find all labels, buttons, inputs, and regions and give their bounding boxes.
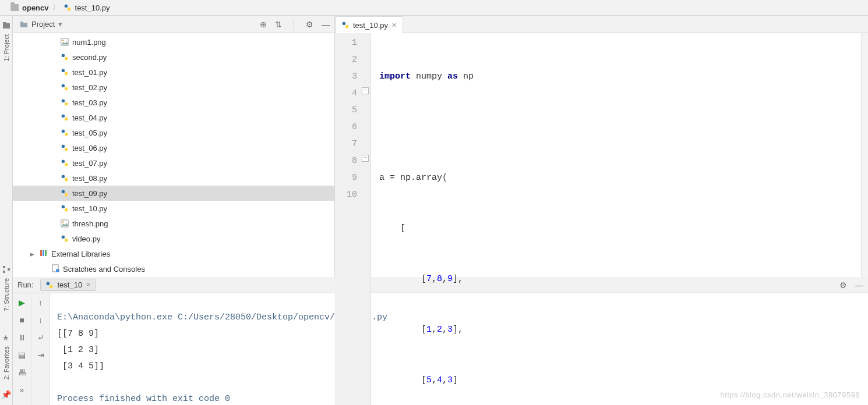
project-pane-icon — [20, 20, 28, 29]
svg-rect-25 — [62, 160, 65, 163]
tree-item-label: test_05.py — [72, 129, 107, 137]
svg-rect-6 — [8, 268, 10, 271]
svg-rect-3 — [3, 22, 6, 24]
python-file-icon — [341, 21, 350, 29]
down-icon[interactable]: ↓ — [38, 315, 43, 325]
rerun-icon[interactable]: ▶ — [19, 298, 25, 307]
locate-icon[interactable]: ⊕ — [260, 20, 267, 29]
svg-rect-37 — [40, 250, 42, 256]
line-number: 3 — [335, 68, 357, 85]
library-icon — [40, 249, 48, 259]
print-icon[interactable]: 🖶 — [18, 368, 26, 377]
project-tree[interactable]: num1.pngsecond.pytest_01.pytest_02.pytes… — [13, 33, 334, 277]
gear-icon[interactable]: ⚙ — [306, 20, 313, 29]
code-number: 7 — [426, 274, 432, 284]
favorites-rail-icon: ★ — [2, 333, 10, 342]
tree-item-label: num1.png — [72, 38, 106, 47]
line-number: 4 — [335, 85, 357, 102]
tree-item[interactable]: test_05.py — [13, 125, 334, 140]
svg-rect-42 — [343, 22, 345, 25]
favorites-rail-label[interactable]: 2: Favorites — [3, 346, 10, 379]
svg-rect-45 — [50, 285, 52, 288]
up-icon[interactable]: ↑ — [38, 298, 43, 307]
svg-rect-32 — [65, 208, 68, 211]
fold-close-icon[interactable]: − — [362, 155, 369, 162]
tree-item[interactable]: test_06.py — [13, 140, 334, 155]
left-tool-rail: 1: Project 7: Structure ★ 2: Favorites 📌 — [0, 16, 13, 405]
gutter: 12345678910− − — [335, 33, 371, 405]
tree-item[interactable]: test_03.py — [13, 95, 334, 110]
tree-item[interactable]: test_07.py — [13, 155, 334, 170]
tree-item[interactable]: ▸External Libraries — [13, 246, 334, 261]
fold-open-icon[interactable]: − — [362, 87, 369, 94]
svg-rect-7 — [20, 23, 27, 27]
project-rail-icon — [2, 22, 10, 30]
svg-rect-36 — [65, 239, 68, 241]
editor-tab[interactable]: test_10.py ✕ — [335, 16, 403, 33]
tree-item-label: test_09.py — [72, 189, 107, 198]
code-text: , — [432, 274, 437, 284]
close-icon[interactable]: ✕ — [391, 22, 397, 29]
svg-rect-13 — [62, 69, 65, 72]
tree-item[interactable]: thresh.png — [13, 216, 334, 231]
svg-rect-17 — [62, 100, 65, 102]
tree-item-label: thresh.png — [72, 219, 108, 228]
hide-icon[interactable]: — — [322, 20, 330, 29]
code-text: np — [458, 72, 474, 81]
chevron-down-icon[interactable]: ▾ — [58, 20, 62, 29]
tree-item[interactable]: test_09.py — [13, 186, 334, 201]
python-file-icon — [61, 53, 69, 61]
line-number: 9 — [335, 169, 357, 186]
tree-item[interactable]: num1.png — [13, 34, 334, 49]
soft-wrap-icon[interactable]: ⤶ — [37, 333, 44, 342]
stop-icon[interactable]: ■ — [19, 315, 24, 325]
tree-item-label: External Libraries — [51, 250, 110, 258]
svg-rect-24 — [65, 148, 68, 151]
layout-icon[interactable]: ▤ — [18, 350, 26, 360]
tree-item-label: test_06.py — [72, 144, 107, 152]
expand-icon[interactable]: ▸ — [30, 250, 36, 258]
breadcrumb-file[interactable]: test_10.py — [75, 3, 110, 12]
svg-rect-44 — [47, 282, 50, 285]
tree-item[interactable]: test_04.py — [13, 110, 334, 125]
tree-item[interactable]: test_10.py — [13, 201, 334, 216]
collapse-all-icon[interactable]: ⇅ — [275, 20, 282, 29]
project-rail-label[interactable]: 1: Project — [3, 34, 10, 61]
breadcrumb-folder[interactable]: opencv — [22, 3, 49, 12]
tree-item-label: test_07.py — [72, 159, 107, 168]
code-text: ], — [453, 325, 463, 335]
code-text: , — [442, 274, 447, 284]
run-config-tab[interactable]: test_10 ✕ — [40, 279, 96, 291]
python-file-icon — [61, 235, 69, 243]
tree-item[interactable]: Scratches and Consoles — [13, 261, 334, 276]
code-number: 1 — [426, 325, 432, 335]
svg-rect-16 — [65, 87, 68, 90]
code-text: ], — [453, 274, 463, 284]
svg-rect-18 — [65, 102, 68, 105]
tree-item-label: test_02.py — [72, 83, 107, 92]
tree-item[interactable]: test_01.py — [13, 65, 334, 80]
svg-rect-11 — [62, 54, 65, 57]
tree-item[interactable]: second.py — [13, 49, 334, 65]
image-file-icon — [61, 219, 69, 228]
code-text: [ — [379, 375, 426, 385]
editor-tab-label: test_10.py — [353, 21, 388, 30]
tree-item[interactable]: test_02.py — [13, 80, 334, 95]
pause-icon[interactable]: ⏸ — [18, 333, 26, 342]
sidebar-title[interactable]: Project — [31, 20, 55, 29]
code-lines[interactable]: import numpy as np a = np.array( [ [7,8,… — [371, 33, 861, 405]
more-icon[interactable]: » — [20, 385, 24, 395]
code-area[interactable]: 12345678910− − import numpy as np a = np… — [335, 33, 868, 405]
svg-point-10 — [62, 40, 64, 41]
code-number: 2 — [437, 325, 442, 335]
pin-icon[interactable]: 📌 — [1, 390, 11, 399]
scroll-end-icon[interactable]: ⇥ — [37, 350, 44, 360]
close-icon[interactable]: ✕ — [86, 281, 91, 289]
structure-rail-label[interactable]: 7: Structure — [3, 278, 10, 311]
tree-item-label: test_08.py — [72, 174, 107, 183]
workspace: Project ▾ ⊕ ⇅ ⚙ — num1.pngsecond.pytest_… — [13, 16, 868, 277]
svg-rect-8 — [20, 22, 23, 23]
run-tab-label: test_10 — [57, 280, 82, 289]
tree-item[interactable]: test_08.py — [13, 170, 334, 186]
tree-item[interactable]: video.py — [13, 231, 334, 246]
